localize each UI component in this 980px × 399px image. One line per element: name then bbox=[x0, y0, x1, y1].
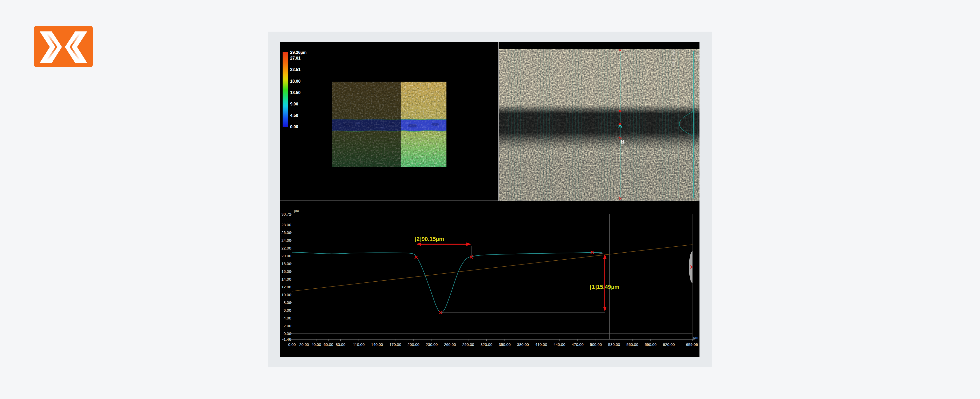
svg-text:6.00: 6.00 bbox=[284, 308, 291, 312]
svg-text:410.00: 410.00 bbox=[535, 342, 547, 347]
svg-text:28.00: 28.00 bbox=[281, 223, 291, 227]
svg-text:24.00: 24.00 bbox=[281, 238, 291, 243]
svg-text:80.00: 80.00 bbox=[336, 342, 345, 347]
svg-text:659.06: 659.06 bbox=[686, 342, 698, 347]
svg-text:20.00: 20.00 bbox=[281, 254, 291, 258]
svg-text:440.00: 440.00 bbox=[554, 342, 565, 347]
svg-text:2.00: 2.00 bbox=[284, 324, 291, 328]
svg-text:380.00: 380.00 bbox=[517, 342, 529, 347]
svg-text:40.00: 40.00 bbox=[311, 342, 321, 347]
svg-text:12.00: 12.00 bbox=[281, 285, 291, 289]
svg-text:560.00: 560.00 bbox=[626, 342, 638, 347]
svg-text:290.00: 290.00 bbox=[462, 342, 474, 347]
svg-text:590.00: 590.00 bbox=[644, 342, 657, 347]
svg-text:8.00: 8.00 bbox=[284, 300, 291, 305]
svg-text:140.00: 140.00 bbox=[371, 342, 383, 347]
svg-text:10.00: 10.00 bbox=[281, 292, 291, 297]
svg-text:350.00: 350.00 bbox=[499, 342, 511, 347]
svg-text:200.00: 200.00 bbox=[407, 342, 420, 347]
svg-text:16.00: 16.00 bbox=[281, 269, 291, 273]
svg-text:0.00: 0.00 bbox=[284, 331, 291, 336]
svg-text:320.00: 320.00 bbox=[480, 342, 492, 347]
svg-text:20.00: 20.00 bbox=[299, 342, 309, 347]
svg-text:14.00: 14.00 bbox=[281, 277, 291, 281]
svg-text:18.00: 18.00 bbox=[281, 261, 291, 266]
svg-text:µm: µm bbox=[294, 209, 299, 213]
svg-text:5.45µm: 5.45µm bbox=[696, 50, 700, 61]
svg-text:26.00: 26.00 bbox=[281, 230, 291, 235]
svg-text:500.00: 500.00 bbox=[590, 342, 602, 347]
svg-text:22.00: 22.00 bbox=[281, 246, 291, 250]
svg-text:4.00: 4.00 bbox=[284, 316, 291, 320]
svg-text:2: 2 bbox=[622, 140, 624, 143]
svg-text:260.00: 260.00 bbox=[444, 342, 456, 347]
svg-text:620.00: 620.00 bbox=[663, 342, 675, 347]
svg-text:470.00: 470.00 bbox=[572, 342, 584, 347]
svg-text:170.00: 170.00 bbox=[390, 342, 401, 347]
svg-text:530.00: 530.00 bbox=[608, 342, 620, 347]
svg-text:[2]90.15µm: [2]90.15µm bbox=[672, 50, 676, 67]
svg-text:[2]90.15µm: [2]90.15µm bbox=[415, 236, 444, 242]
svg-text:µm: µm bbox=[693, 335, 698, 339]
svg-text:230.00: 230.00 bbox=[426, 342, 438, 347]
svg-text:110.00: 110.00 bbox=[353, 342, 365, 347]
svg-text:[1]15.49µm: [1]15.49µm bbox=[590, 284, 619, 290]
svg-text:60.00: 60.00 bbox=[323, 342, 333, 347]
svg-text:-1.46: -1.46 bbox=[282, 337, 291, 342]
svg-text:30.72: 30.72 bbox=[281, 212, 291, 216]
svg-text:0.00: 0.00 bbox=[288, 342, 296, 347]
